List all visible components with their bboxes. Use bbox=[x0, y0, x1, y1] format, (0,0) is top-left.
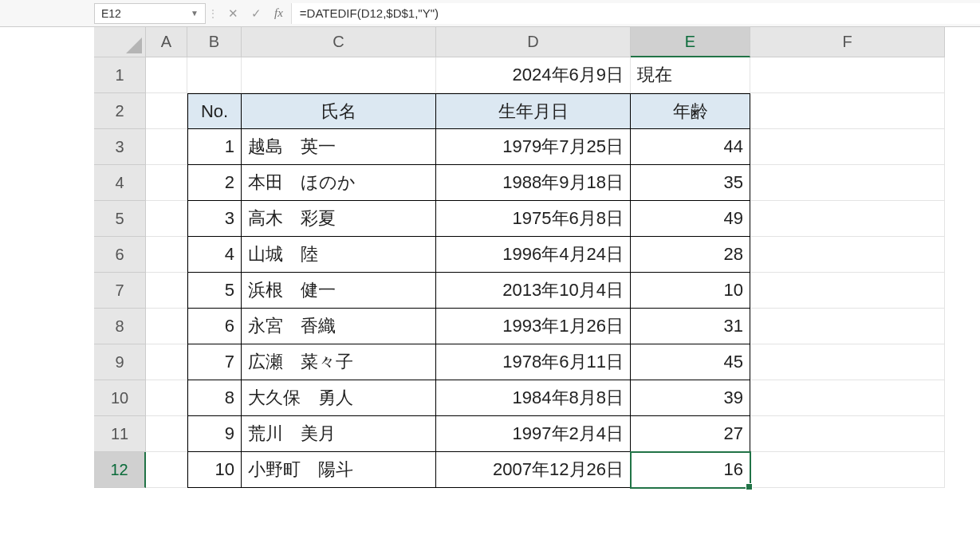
name-box-dropdown-icon[interactable]: ▼ bbox=[191, 9, 199, 18]
cancel-icon[interactable]: ✕ bbox=[228, 6, 238, 21]
fx-icon[interactable]: fx bbox=[274, 6, 283, 20]
formula-text: =DATEDIF(D12,$D$1,"Y") bbox=[300, 6, 439, 20]
formula-input[interactable]: =DATEDIF(D12,$D$1,"Y") bbox=[291, 3, 980, 24]
enter-icon[interactable]: ✓ bbox=[251, 6, 262, 21]
name-box[interactable]: E12 ▼ bbox=[94, 3, 206, 24]
formula-bar-buttons: ✕ ✓ fx bbox=[220, 6, 291, 21]
formula-bar-separator: ⋮ bbox=[206, 8, 220, 19]
name-box-value: E12 bbox=[101, 7, 121, 20]
formula-bar: E12 ▼ ⋮ ✕ ✓ fx =DATEDIF(D12,$D$1,"Y") bbox=[0, 0, 980, 27]
